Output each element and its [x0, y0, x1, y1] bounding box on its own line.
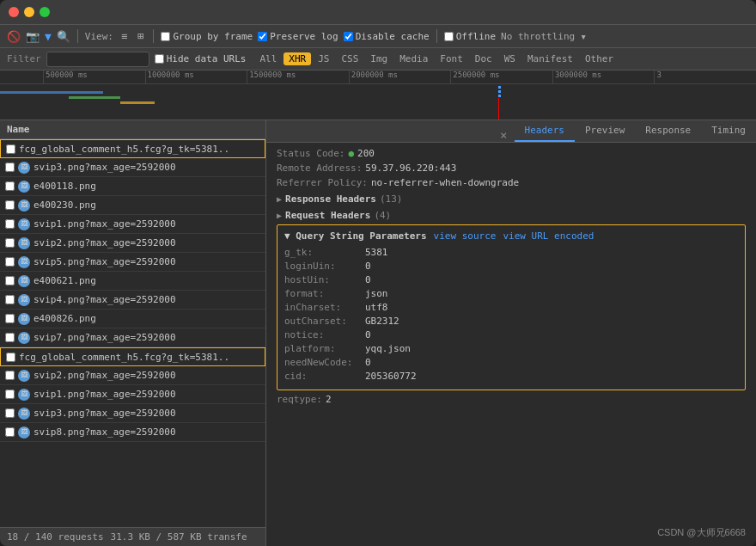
detail-panel: × Headers Preview Response Timing Status…	[266, 120, 756, 546]
param-value: yqq.json	[365, 343, 411, 354]
tab-timing[interactable]: Timing	[701, 120, 756, 142]
request-checkbox[interactable]	[5, 219, 15, 229]
param-value: json	[365, 288, 388, 299]
request-item[interactable]: 🖼svip7.png?max_age=2592000	[0, 328, 265, 347]
request-headers-arrow: ▶	[277, 211, 282, 220]
transfer-size: 31.3 KB / 587 KB transfe	[111, 531, 247, 543]
request-checkbox[interactable]	[5, 163, 15, 172]
request-name: svip3.png?max_age=2592000	[34, 408, 260, 419]
image-icon: 🖼	[18, 275, 30, 287]
status-code-label: Status Code:	[277, 148, 344, 159]
type-tab-img[interactable]: Img	[365, 52, 393, 65]
timeline: 500000 ms 1000000 ms 1500000 ms 2000000 …	[0, 71, 756, 120]
request-checkbox[interactable]	[5, 371, 15, 380]
type-tab-media[interactable]: Media	[394, 52, 433, 65]
request-item[interactable]: 🖼svip8.png?max_age=2592000	[0, 423, 265, 442]
param-value: 0	[365, 261, 371, 272]
request-name: svip3.png?max_age=2592000	[34, 162, 260, 173]
close-detail-button[interactable]: ×	[500, 128, 507, 142]
query-params-header: ▼ Query String Parameters view source vi…	[284, 230, 738, 242]
separator	[77, 29, 78, 43]
request-item[interactable]: 🖼svip5.png?max_age=2592000	[0, 253, 265, 272]
hide-data-urls-checkbox[interactable]: Hide data URLs	[155, 53, 247, 64]
param-key: format:	[284, 288, 362, 299]
type-tab-ws[interactable]: WS	[499, 52, 521, 65]
type-tab-other[interactable]: Other	[580, 52, 619, 65]
param-row: cid:205360772	[284, 371, 738, 382]
param-row: format:json	[284, 288, 738, 299]
request-item[interactable]: 🖼e400118.png	[0, 177, 265, 196]
request-list[interactable]: fcg_global_comment_h5.fcg?g_tk=5381..🖼sv…	[0, 139, 265, 527]
request-item[interactable]: 🖼svip1.png?max_age=2592000	[0, 215, 265, 234]
request-checkbox[interactable]	[6, 353, 15, 362]
referrer-policy-value: no-referrer-when-downgrade	[371, 177, 519, 188]
throttling-chevron[interactable]: ▾	[580, 30, 587, 43]
separator2	[153, 29, 154, 43]
request-item[interactable]: fcg_global_comment_h5.fcg?g_tk=5381..	[0, 139, 265, 158]
group-by-frame-checkbox[interactable]: Group by frame	[161, 31, 253, 42]
request-headers-section[interactable]: ▶ Request Headers (4)	[277, 210, 746, 221]
view-source-link[interactable]: view source	[434, 230, 497, 242]
close-button[interactable]	[9, 7, 19, 17]
type-tab-doc[interactable]: Doc	[470, 52, 497, 65]
filter-icon[interactable]: ▼	[45, 30, 52, 43]
maximize-button[interactable]	[40, 7, 50, 17]
request-item[interactable]: 🖼e400621.png	[0, 272, 265, 291]
list-view-button[interactable]: ≡	[119, 29, 130, 43]
type-tab-css[interactable]: CSS	[336, 52, 363, 65]
request-item[interactable]: 🖼e400826.png	[0, 310, 265, 328]
request-item[interactable]: 🖼svip3.png?max_age=2592000	[0, 158, 265, 177]
no-throttling-label: No throttling	[501, 31, 575, 42]
request-checkbox[interactable]	[5, 390, 15, 399]
search-icon[interactable]: 🔍	[57, 30, 70, 43]
image-icon: 🖼	[18, 332, 30, 344]
request-checkbox[interactable]	[5, 314, 15, 323]
camera-icon[interactable]: 📷	[26, 30, 40, 43]
timeline-mark-7: 3	[654, 71, 756, 83]
request-item[interactable]: fcg_global_comment_h5.fcg?g_tk=5381..	[0, 347, 265, 366]
request-checkbox[interactable]	[5, 200, 15, 210]
request-checkbox[interactable]	[5, 295, 15, 304]
timeline-mark-2: 1000000 ms	[145, 71, 247, 83]
filter-input[interactable]	[46, 52, 149, 67]
request-name: svip8.png?max_age=2592000	[34, 426, 260, 438]
request-checkbox[interactable]	[5, 276, 15, 285]
param-key: hostUin:	[284, 274, 362, 285]
tab-preview[interactable]: Preview	[575, 120, 635, 142]
view-url-encoded-link[interactable]: view URL encoded	[503, 230, 594, 242]
type-tab-font[interactable]: Font	[435, 52, 468, 65]
request-checkbox[interactable]	[5, 257, 15, 267]
request-item[interactable]: 🖼svip1.png?max_age=2592000	[0, 385, 265, 404]
type-tab-manifest[interactable]: Manifest	[522, 52, 578, 65]
grid-view-button[interactable]: ⊞	[135, 29, 146, 43]
type-tab-js[interactable]: JS	[313, 52, 334, 65]
request-item[interactable]: 🖼svip2.png?max_age=2592000	[0, 234, 265, 253]
tab-response[interactable]: Response	[635, 120, 701, 142]
separator3	[436, 29, 437, 43]
timeline-bar-3	[120, 101, 155, 104]
request-checkbox[interactable]	[5, 427, 15, 437]
image-icon: 🖼	[18, 408, 30, 420]
request-checkbox[interactable]	[5, 181, 15, 191]
request-item[interactable]: 🖼svip3.png?max_age=2592000	[0, 404, 265, 423]
request-checkbox[interactable]	[6, 144, 15, 154]
request-checkbox[interactable]	[5, 238, 15, 248]
request-item[interactable]: 🖼e400230.png	[0, 196, 265, 215]
stop-icon[interactable]: 🚫	[7, 30, 21, 43]
preserve-log-checkbox[interactable]: Preserve log	[258, 31, 338, 42]
tab-headers[interactable]: Headers	[515, 120, 575, 142]
request-checkbox[interactable]	[5, 333, 15, 342]
request-checkbox[interactable]	[5, 408, 15, 418]
request-item[interactable]: 🖼svip4.png?max_age=2592000	[0, 291, 265, 310]
offline-checkbox[interactable]: Offline	[444, 31, 496, 42]
type-tab-all[interactable]: All	[254, 52, 282, 65]
request-name: e400621.png	[34, 275, 260, 286]
type-tab-xhr[interactable]: XHR	[284, 52, 311, 65]
response-headers-section[interactable]: ▶ Response Headers (13)	[277, 193, 746, 205]
request-name: svip1.png?max_age=2592000	[34, 389, 260, 400]
minimize-button[interactable]	[24, 7, 34, 17]
disable-cache-checkbox[interactable]: Disable cache	[344, 31, 430, 42]
detail-content: Status Code: ● 200 Remote Address: 59.37…	[266, 143, 756, 546]
param-key: notice:	[284, 329, 362, 340]
request-item[interactable]: 🖼svip2.png?max_age=2592000	[0, 366, 265, 385]
